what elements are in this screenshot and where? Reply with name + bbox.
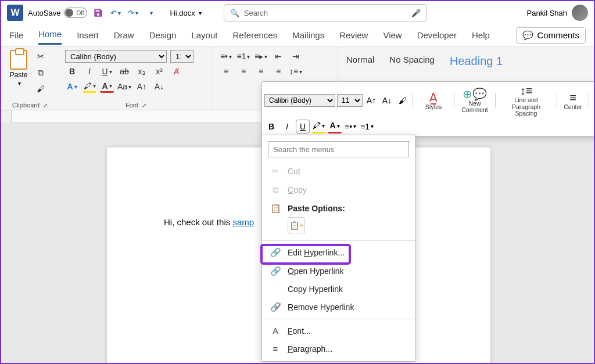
ctx-font[interactable]: A Font... — [262, 322, 415, 340]
tab-references[interactable]: References — [232, 27, 277, 44]
mt-line-spacing[interactable]: ↕≡Line and Paragraph Spacing — [499, 84, 554, 117]
mt-clear-formatting[interactable]: A̸Clear Forma — [592, 88, 595, 114]
remove-link-icon: 🔗̸ — [270, 302, 281, 312]
open-link-icon: 🔗 — [270, 266, 281, 276]
mt-font-color[interactable]: A▾ — [328, 120, 342, 134]
mt-numbering[interactable]: ≡1▾ — [359, 120, 375, 134]
decrease-indent-button[interactable]: ⇤ — [271, 50, 285, 63]
ctx-cut: ✂ Cut — [262, 162, 415, 181]
mt-highlight[interactable]: 🖍▾ — [311, 120, 326, 134]
ctx-paragraph[interactable]: ≡ Paragraph... — [262, 340, 415, 358]
format-painter-icon[interactable]: 🖌 — [34, 82, 48, 95]
mini-toolbar: Calibri (Body) 11 A↑ A↓ 🖌 A̲Styles ⊕💬New… — [261, 81, 595, 136]
subscript-button[interactable]: x₂ — [135, 65, 149, 78]
tab-draw[interactable]: Draw — [114, 27, 134, 44]
comment-icon: 💬 — [522, 30, 533, 41]
highlight-button[interactable]: 🖍▾ — [83, 80, 96, 93]
align-left-button[interactable]: ≡ — [219, 65, 233, 78]
autosave-label: AutoSave — [28, 9, 60, 17]
ctx-open-hyperlink[interactable]: 🔗 Open Hyperlink — [262, 262, 415, 280]
tab-insert[interactable]: Insert — [77, 27, 99, 44]
clear-format-button[interactable]: A̸ — [170, 65, 184, 78]
mt-format-painter-icon[interactable]: 🖌 — [396, 93, 410, 107]
autosave-toggle[interactable]: AutoSave Off — [28, 8, 87, 18]
tab-view[interactable]: View — [383, 27, 402, 44]
cut-icon[interactable]: ✂ — [34, 50, 48, 63]
mt-bold[interactable]: B — [264, 120, 278, 134]
ctx-remove-hyperlink[interactable]: 🔗̸ Remove Hyperlink — [262, 298, 415, 316]
ctx-paste-options: 📋A — [262, 215, 415, 238]
paste-keep-text-icon[interactable]: 📋A — [288, 217, 305, 233]
toggle-switch[interactable]: Off — [64, 8, 87, 18]
word-logo-icon: W — [7, 5, 23, 21]
microphone-icon[interactable]: 🎤 — [411, 9, 421, 17]
mt-styles[interactable]: A̲Styles — [416, 91, 451, 111]
comments-button[interactable]: 💬 Comments — [516, 27, 586, 44]
numbering-button[interactable]: ≡1▾ — [236, 50, 250, 63]
shrink-font-button[interactable]: A↓ — [152, 80, 166, 93]
bullets-button[interactable]: ≡•▾ — [219, 50, 233, 63]
hyperlink[interactable]: samp — [232, 217, 254, 227]
mt-shrink-font[interactable]: A↓ — [380, 93, 394, 107]
mt-font-size[interactable]: 11 — [337, 94, 363, 107]
mt-new-comment[interactable]: ⊕💬New Comment — [457, 88, 492, 114]
mt-grow-font[interactable]: A↑ — [364, 93, 378, 107]
tab-mailings[interactable]: Mailings — [292, 27, 324, 44]
mt-bullets[interactable]: ≡•▾ — [343, 120, 357, 134]
clipboard-group: Paste ▾ ✂ ⧉ 🖌 Clipboard ⤢ — [1, 46, 59, 110]
tab-review[interactable]: Review — [339, 27, 368, 44]
ctx-search-input[interactable] — [268, 141, 409, 157]
font-color-button[interactable]: A▾ — [100, 80, 114, 93]
underline-button[interactable]: U▾ — [100, 65, 114, 78]
multilevel-button[interactable]: ≡▸▾ — [254, 50, 268, 63]
justify-button[interactable]: ≡ — [271, 65, 285, 78]
clipboard-icon: 📋 — [270, 203, 281, 214]
avatar — [572, 5, 588, 21]
strikethrough-button[interactable]: ab — [117, 65, 131, 78]
italic-button[interactable]: I — [83, 65, 96, 78]
title-bar: W AutoSave Off ↶▾ ↷▾ ▾ Hi.docx▾ 🔍 Search… — [1, 1, 594, 24]
document-name[interactable]: Hi.docx▾ — [170, 9, 201, 17]
superscript-button[interactable]: x² — [152, 65, 166, 78]
tab-developer[interactable]: Developer — [417, 27, 457, 44]
tab-layout[interactable]: Layout — [191, 27, 217, 44]
copy-icon[interactable]: ⧉ — [34, 66, 48, 79]
qat-customize-icon[interactable]: ▾ — [144, 6, 157, 19]
paste-button[interactable]: Paste ▾ — [7, 50, 30, 95]
line-spacing-button[interactable]: ↕≡▾ — [289, 65, 303, 78]
align-center-button[interactable]: ≡ — [236, 65, 250, 78]
tab-help[interactable]: Help — [472, 27, 490, 44]
increase-indent-button[interactable]: ⇥ — [289, 50, 303, 63]
paragraph-icon: ≡ — [270, 344, 281, 354]
ctx-copy-hyperlink[interactable]: Copy Hyperlink — [262, 280, 415, 298]
save-icon[interactable] — [92, 6, 105, 19]
link-icon: 🔗 — [270, 247, 281, 258]
search-input[interactable]: 🔍 Search 🎤 — [224, 4, 427, 21]
search-icon: 🔍 — [230, 9, 239, 17]
redo-icon[interactable]: ↷▾ — [127, 6, 139, 19]
styles-icon: A̲ — [429, 91, 438, 104]
mt-underline[interactable]: U — [296, 120, 310, 134]
mt-font-name[interactable]: Calibri (Body) — [264, 94, 335, 107]
mt-center[interactable]: ≡Center — [560, 91, 586, 111]
font-name-select[interactable]: Calibri (Body) — [65, 50, 167, 63]
ctx-edit-hyperlink[interactable]: 🔗 Edit Hyperlink... — [262, 243, 415, 262]
bold-button[interactable]: B — [65, 65, 79, 78]
chevron-down-icon: ▾ — [199, 10, 202, 16]
tab-file[interactable]: File — [9, 27, 23, 44]
ribbon-tabs: File Home Insert Draw Design Layout Refe… — [1, 24, 594, 46]
tab-design[interactable]: Design — [149, 27, 177, 44]
user-account[interactable]: Pankil Shah — [527, 5, 588, 21]
document-text: Hi, check out this — [164, 217, 232, 227]
align-right-button[interactable]: ≡ — [254, 65, 268, 78]
text-effects-button[interactable]: A▾ — [65, 80, 79, 93]
change-case-button[interactable]: Aa▾ — [117, 80, 131, 93]
tab-home[interactable]: Home — [38, 26, 62, 45]
ctx-search[interactable] — [268, 141, 409, 157]
mt-italic[interactable]: I — [280, 120, 294, 134]
context-menu: ✂ Cut ⧉ Copy 📋 Paste Options: 📋A 🔗 Edit … — [261, 135, 415, 362]
undo-icon[interactable]: ↶▾ — [109, 6, 122, 19]
grow-font-button[interactable]: A↑ — [135, 80, 149, 93]
clipboard-icon — [10, 50, 27, 70]
font-size-select[interactable]: 11 — [170, 50, 193, 63]
